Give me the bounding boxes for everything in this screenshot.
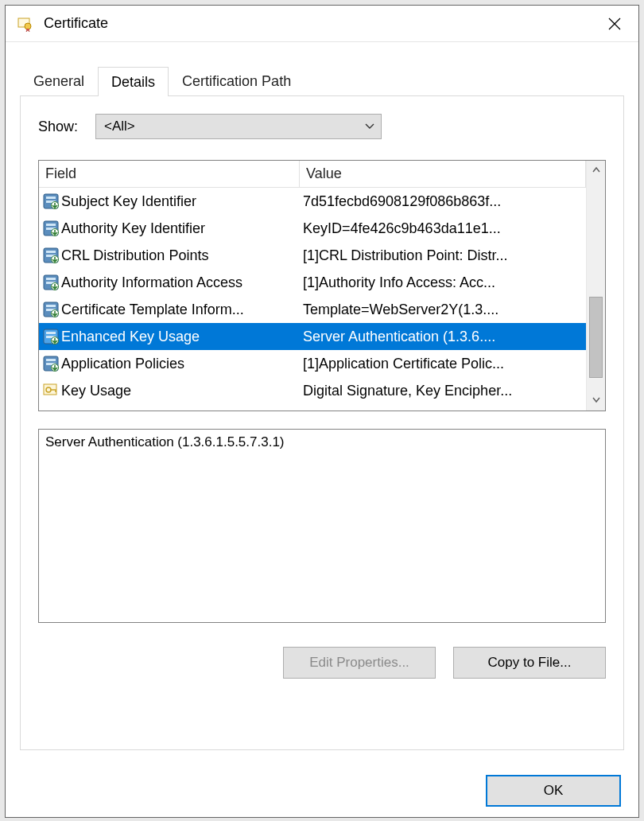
list-row-field[interactable]: Key Usage	[39, 377, 300, 404]
show-row: Show: <All>	[38, 114, 606, 139]
detail-textbox[interactable]: Server Authentication (1.3.6.1.5.5.7.3.1…	[38, 429, 606, 623]
extension-icon	[42, 220, 60, 237]
scroll-track[interactable]	[587, 178, 605, 393]
scroll-thumb[interactable]	[589, 297, 603, 379]
list-row-value[interactable]: Server Authentication (1.3.6....	[300, 323, 586, 350]
tab-bar: General Details Certification Path	[20, 66, 624, 96]
svg-rect-3	[46, 196, 56, 199]
list-row-field[interactable]: Authority Key Identifier	[39, 215, 300, 242]
detail-text: Server Authentication (1.3.6.1.5.5.7.3.1…	[45, 434, 599, 450]
list-row-value[interactable]: [1]Application Certificate Polic...	[300, 350, 586, 377]
column-header-value[interactable]: Value	[300, 161, 586, 188]
list-row-field[interactable]: Certificate Template Inform...	[39, 296, 300, 323]
field-name: Authority Information Access	[61, 274, 242, 291]
scroll-up-icon[interactable]	[592, 164, 600, 178]
list-row-value[interactable]: 7d51fecbd6908129f086b863f...	[300, 188, 586, 215]
list-row-field[interactable]: CRL Distribution Points	[39, 242, 300, 269]
details-pane: Show: <All> Field Subject Key Identifier…	[20, 96, 624, 750]
list-row-value[interactable]: [1]Authority Info Access: Acc...	[300, 269, 586, 296]
extension-icon	[42, 328, 60, 345]
svg-rect-15	[46, 278, 56, 280]
tab-general[interactable]: General	[20, 66, 98, 95]
extension-icon	[42, 355, 60, 372]
column-header-field[interactable]: Field	[39, 161, 300, 188]
field-name: CRL Distribution Points	[61, 247, 208, 264]
certificate-icon	[17, 16, 33, 32]
svg-rect-19	[46, 305, 56, 307]
close-button[interactable]	[599, 8, 630, 40]
show-dropdown[interactable]: <All>	[95, 114, 382, 139]
extension-icon	[42, 193, 60, 210]
tab-certification-path[interactable]: Certification Path	[169, 66, 305, 95]
window-title: Certificate	[44, 15, 599, 32]
field-name: Certificate Template Inform...	[61, 302, 244, 318]
button-row: Edit Properties... Copy to File...	[38, 647, 606, 679]
svg-rect-23	[46, 332, 56, 334]
extension-icon	[42, 274, 60, 291]
list-row-field[interactable]: Application Policies	[39, 350, 300, 377]
edit-properties-button: Edit Properties...	[283, 647, 436, 679]
field-name: Authority Key Identifier	[61, 220, 205, 237]
field-name: Application Policies	[61, 356, 184, 372]
dialog-footer: OK	[6, 765, 638, 817]
field-name: Enhanced Key Usage	[61, 329, 200, 345]
list-row-value[interactable]: [1]CRL Distribution Point: Distr...	[300, 242, 586, 269]
copy-to-file-button[interactable]: Copy to File...	[453, 647, 606, 679]
svg-rect-7	[46, 224, 56, 226]
list-row-field[interactable]: Subject Key Identifier	[39, 188, 300, 215]
svg-rect-27	[46, 359, 56, 361]
field-name: Key Usage	[61, 383, 131, 399]
titlebar: Certificate	[6, 6, 638, 42]
extension-icon	[42, 301, 60, 318]
ok-button[interactable]: OK	[486, 775, 621, 807]
list-row-value[interactable]: KeyID=4fe426c9b463da11e1...	[300, 215, 586, 242]
show-label: Show:	[38, 119, 95, 135]
svg-rect-11	[46, 251, 56, 253]
extension-icon	[42, 247, 60, 264]
chevron-down-icon	[365, 123, 374, 130]
tab-details[interactable]: Details	[98, 67, 169, 96]
certificate-dialog: Certificate General Details Certificatio…	[5, 5, 639, 818]
svg-point-1	[25, 23, 31, 29]
list-row-value[interactable]: Digital Signature, Key Encipher...	[300, 377, 586, 404]
field-name: Subject Key Identifier	[61, 193, 196, 210]
properties-listview: Field Subject Key IdentifierAuthority Ke…	[38, 160, 606, 411]
extension-icon	[42, 382, 60, 399]
list-row-value[interactable]: Template=WebServer2Y(1.3....	[300, 296, 586, 323]
list-row-field[interactable]: Enhanced Key Usage	[39, 323, 300, 350]
list-row-field[interactable]: Authority Information Access	[39, 269, 300, 296]
scroll-down-icon[interactable]	[592, 393, 600, 407]
scrollbar[interactable]	[586, 161, 605, 410]
show-value: <All>	[104, 119, 135, 134]
